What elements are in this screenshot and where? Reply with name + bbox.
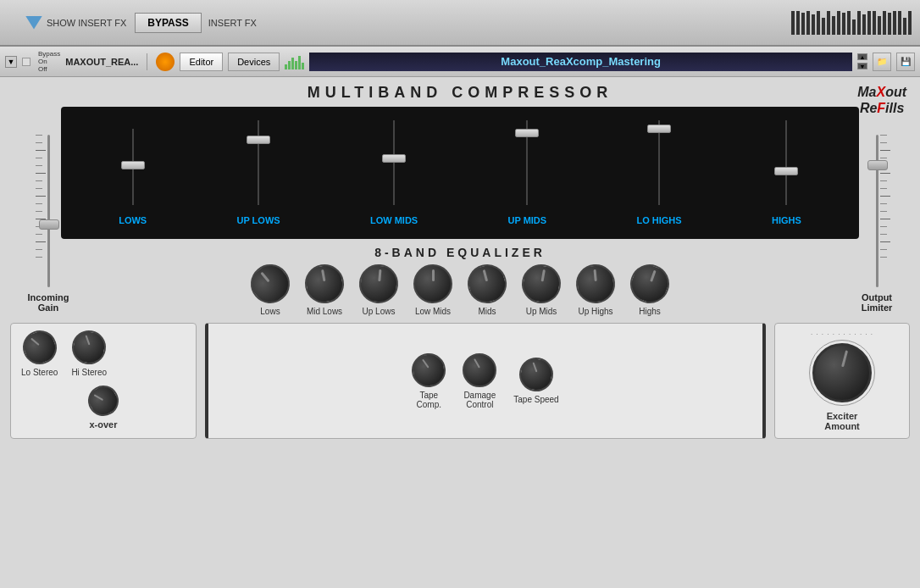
devices-tab[interactable]: Devices	[228, 53, 280, 71]
exciter-ring	[809, 340, 875, 406]
top-meter	[791, 11, 912, 35]
eq-title: 8-BAND EQUALIZER	[10, 246, 910, 259]
exciter-panel: · · · · · · · · · · · · Exciter Amount	[774, 323, 910, 439]
preset-arrows[interactable]: ▲ ▼	[857, 53, 867, 71]
tape-speed-knob[interactable]	[517, 355, 556, 394]
upmids-fader-handle[interactable]	[515, 129, 539, 137]
lowmids-fader-handle[interactable]	[382, 154, 406, 163]
eq-lowmids-knob[interactable]	[413, 264, 452, 303]
band-lows: LOWS	[119, 129, 147, 225]
stereo-panel: Lo Stereo Hi Stereo x-over	[10, 323, 197, 439]
eq-highs-label: Highs	[639, 307, 661, 316]
lows-band-label: LOWS	[119, 215, 147, 225]
incoming-gain-handle[interactable]	[39, 219, 59, 230]
preset-up-arrow[interactable]: ▲	[857, 53, 867, 60]
eq-upmids-knob[interactable]	[518, 261, 563, 306]
damage-control-knob[interactable]	[463, 353, 496, 387]
xover-label: x-over	[89, 419, 117, 430]
plugin-title: MULTIBAND COMPRESSOR	[10, 84, 910, 102]
bypass-indicator	[22, 58, 30, 66]
lo-stereo-col: Lo Stereo	[21, 330, 58, 377]
stereo-knobs-row: Lo Stereo Hi Stereo	[21, 330, 107, 377]
eq-mids-knob[interactable]	[463, 260, 511, 308]
xover-knob[interactable]	[82, 380, 124, 421]
uplows-fader-track	[258, 120, 259, 205]
show-insert-fx[interactable]: SHOW INSERT FX	[25, 16, 126, 30]
highs-fader-track	[785, 120, 787, 205]
logo: MaXout ReFills	[857, 84, 906, 116]
hi-stereo-knob[interactable]	[69, 328, 108, 367]
preset-save-btn[interactable]: 💾	[896, 53, 915, 71]
damage-control-label: DamageControl	[463, 391, 496, 409]
eq-knob-uphighs: Up Highs	[576, 264, 615, 316]
orange-button[interactable]	[156, 53, 175, 71]
lows-fader-track	[132, 129, 134, 205]
eq-knob-mids: Mids	[468, 264, 507, 316]
band-lowmids: LOW MIDS	[370, 120, 418, 225]
plugin-body: MaXout ReFills MULTIBAND COMPRESSOR	[0, 77, 920, 588]
lohighs-band-label: LO HIGHS	[636, 215, 681, 225]
eq-knobs-row: Lows Mid Lows Up Lows Low Mids	[10, 264, 910, 316]
preset-folder-btn[interactable]: 📁	[873, 53, 891, 71]
xover-row: x-over	[21, 386, 186, 430]
bottom-row: Lo Stereo Hi Stereo x-over	[10, 323, 910, 439]
output-limiter-handle[interactable]	[867, 160, 888, 170]
damage-control-col: DamageControl	[463, 353, 496, 409]
editor-tab[interactable]: Editor	[180, 53, 223, 71]
eq-uplows-label: Up Lows	[363, 307, 396, 316]
separator	[147, 53, 147, 70]
eq-midlows-knob[interactable]	[302, 261, 346, 306]
incoming-gain-label: Incoming Gain	[19, 292, 78, 313]
eq-lows-knob[interactable]	[243, 257, 298, 312]
plugin-header: ▼ Bypass On Off MAXOUT_REA... Editor Dev…	[0, 47, 920, 77]
upmids-fader-track	[526, 120, 528, 205]
eq-lowmids-label: Low Mids	[415, 307, 451, 316]
uplows-fader-handle[interactable]	[247, 136, 270, 144]
exciter-label: Exciter Amount	[819, 411, 866, 431]
bypass-button[interactable]: BYPASS	[135, 13, 201, 33]
lohighs-fader-track	[658, 120, 660, 205]
lowmids-band-label: LOW MIDS	[370, 215, 418, 225]
eq-midlows-label: Mid Lows	[307, 307, 342, 316]
xover-col: x-over	[88, 386, 119, 430]
bypass-states: Bypass On Off	[38, 50, 60, 73]
band-upmids: UP MIDS	[508, 120, 547, 225]
band-uplows: UP LOWS	[236, 120, 280, 225]
eq-uphighs-knob[interactable]	[574, 263, 617, 305]
lows-fader-handle[interactable]	[121, 161, 145, 169]
upmids-band-label: UP MIDS	[508, 215, 547, 225]
main-content: ▼ Bypass On Off MAXOUT_REA... Editor Dev…	[0, 47, 920, 588]
band-lohighs: LO HIGHS	[636, 120, 681, 225]
tape-panel: TapeComp. DamageControl Tape Speed	[205, 323, 766, 439]
top-bar: SHOW INSERT FX BYPASS INSERT FX	[0, 0, 920, 47]
collapse-arrow[interactable]: ▼	[5, 56, 17, 68]
tape-comp-knob[interactable]	[411, 352, 447, 388]
eq-knob-lowmids: Low Mids	[413, 264, 452, 316]
tape-comp-label: TapeComp.	[417, 391, 441, 409]
band-section: LOWS UP LOWS LOW MIDS	[61, 107, 859, 239]
lohighs-fader-handle[interactable]	[647, 125, 671, 133]
exciter-knob[interactable]	[812, 343, 872, 402]
lo-stereo-knob[interactable]	[18, 325, 61, 369]
lowmids-fader-track	[393, 120, 395, 205]
incoming-gain-track	[47, 135, 50, 287]
eq-uplows-knob[interactable]	[357, 263, 400, 305]
hi-stereo-col: Hi Stereo	[71, 330, 107, 377]
output-limiter-label: Output Limiter	[847, 292, 906, 313]
eq-knob-midlows: Mid Lows	[305, 264, 344, 316]
eq-knob-highs: Highs	[630, 264, 669, 316]
show-insert-fx-label: SHOW INSERT FX	[47, 18, 126, 28]
eq-lows-label: Lows	[260, 307, 280, 316]
eq-highs-knob[interactable]	[625, 259, 675, 309]
preset-down-arrow[interactable]: ▼	[857, 63, 867, 69]
highs-fader-handle[interactable]	[774, 167, 798, 175]
output-limiter-track	[876, 135, 878, 287]
lo-stereo-label: Lo Stereo	[21, 368, 58, 377]
plugin-window: ▼ Bypass On Off MAXOUT_REA... Editor Dev…	[0, 47, 920, 588]
mini-meter	[285, 54, 304, 69]
uplows-band-label: UP LOWS	[236, 215, 280, 225]
highs-band-label: HIGHS	[772, 215, 801, 225]
plugin-name: MAXOUT_REA...	[65, 57, 138, 67]
arrow-icon	[25, 16, 42, 30]
insert-fx-label: INSERT FX	[208, 18, 257, 28]
